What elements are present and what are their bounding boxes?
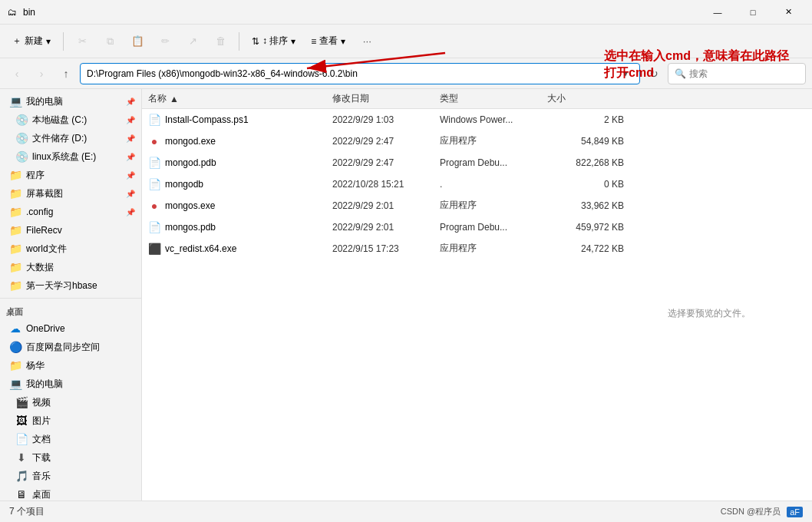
forward-button[interactable]: › bbox=[31, 63, 52, 84]
delete-button[interactable]: 🗑 bbox=[208, 29, 233, 54]
refresh-button[interactable]: ↻ bbox=[643, 63, 665, 84]
toolbar-divider-2 bbox=[239, 32, 239, 51]
sidebar-section-desktop: 桌面 bbox=[0, 302, 141, 319]
search-icon: 🔍 bbox=[675, 68, 686, 79]
sidebar-item-onedrive[interactable]: ☁ OneDrive bbox=[0, 319, 141, 338]
file-name-3: mongodb bbox=[165, 179, 203, 190]
mypc-icon: 💻 bbox=[9, 95, 21, 107]
window-title: bin bbox=[23, 7, 700, 18]
sidebar-item-world[interactable]: 📁 world文件 bbox=[0, 240, 141, 258]
yanghua-icon: 📁 bbox=[9, 359, 21, 372]
window-icon: 🗂 bbox=[6, 6, 18, 18]
file-date-1: 2022/9/29 2:47 bbox=[332, 136, 440, 147]
file-icon-3: 📄 bbox=[148, 178, 160, 190]
file-type-0: Windows Power... bbox=[440, 114, 547, 125]
sort-arrow-icon: ▲ bbox=[170, 94, 179, 104]
pin-icon-prog: 📌 bbox=[126, 171, 135, 180]
file-row-3[interactable]: 📄 mongodb 2022/10/28 15:21 . 0 KB bbox=[142, 173, 812, 195]
close-button[interactable]: ✕ bbox=[771, 0, 806, 25]
main-area: 💻 我的电脑 📌 💿 本地磁盘 (C:) 📌 💿 文件储存 (D:) 📌 💿 l… bbox=[0, 89, 812, 501]
back-button[interactable]: ‹ bbox=[6, 63, 28, 84]
minimize-button[interactable]: — bbox=[700, 0, 735, 25]
file-name-1: mongod.exe bbox=[165, 136, 216, 147]
col-name-header[interactable]: 名称 ▲ bbox=[148, 92, 332, 105]
item-count: 7 个项目 bbox=[9, 505, 45, 518]
sidebar-item-c-drive[interactable]: 💿 本地磁盘 (C:) 📌 bbox=[0, 111, 141, 129]
new-label: 新建 bbox=[25, 35, 43, 48]
file-size-2: 822,268 KB bbox=[547, 157, 624, 168]
file-icon-5: 📄 bbox=[148, 221, 160, 233]
dropdown-arrow-icon: ▾ bbox=[46, 36, 51, 47]
sidebar-item-music[interactable]: 🎵 音乐 bbox=[0, 467, 141, 485]
sidebar-item-pictures[interactable]: 🖼 图片 bbox=[0, 411, 141, 430]
new-button[interactable]: ＋ 新建 ▾ bbox=[6, 29, 57, 54]
sidebar-item-yanghua[interactable]: 📁 杨华 bbox=[0, 356, 141, 375]
toolbar-divider-1 bbox=[63, 32, 64, 51]
title-bar: 🗂 bin — □ ✕ bbox=[0, 0, 812, 25]
sidebar-item-bigdata[interactable]: 📁 大数据 bbox=[0, 258, 141, 276]
file-row-4[interactable]: ● mongos.exe 2022/9/29 2:01 应用程序 33,962 … bbox=[142, 195, 812, 216]
sidebar-item-mypc[interactable]: 💻 我的电脑 📌 bbox=[0, 92, 141, 111]
address-input-wrap[interactable]: ▾ bbox=[80, 63, 640, 84]
baidu-icon: 🔵 bbox=[9, 341, 21, 353]
file-name-6: vc_redist.x64.exe bbox=[165, 243, 236, 254]
address-input[interactable] bbox=[87, 68, 618, 79]
file-date-5: 2022/9/29 2:01 bbox=[332, 222, 440, 233]
col-size-header[interactable]: 大小 bbox=[547, 92, 624, 105]
sidebar-item-hbase[interactable]: 📁 第一天学习hbase bbox=[0, 276, 141, 295]
copy-button[interactable]: ⧉ bbox=[97, 29, 122, 54]
file-size-0: 2 KB bbox=[547, 114, 624, 125]
file-name-5: mongos.pdb bbox=[165, 222, 216, 233]
sidebar-item-documents[interactable]: 📄 文档 bbox=[0, 430, 141, 448]
desktop-icon: 🖥 bbox=[15, 488, 28, 501]
documents-icon: 📄 bbox=[15, 433, 28, 445]
sidebar-item-downloads[interactable]: ⬇ 下载 bbox=[0, 448, 141, 467]
search-box[interactable]: 🔍 bbox=[668, 63, 806, 84]
sidebar-item-screenshots[interactable]: 📁 屏幕截图 📌 bbox=[0, 184, 141, 203]
sidebar-item-d-drive[interactable]: 💿 文件储存 (D:) 📌 bbox=[0, 129, 141, 147]
csdn-tag: CSDN @程序员 bbox=[721, 506, 781, 517]
sidebar-item-desktop[interactable]: 🖥 桌面 bbox=[0, 485, 141, 501]
pin-icon-d: 📌 bbox=[126, 134, 135, 143]
paste-button[interactable]: 📋 bbox=[125, 29, 150, 54]
sidebar-item-this-pc[interactable]: 💻 我的电脑 bbox=[0, 375, 141, 393]
status-right: CSDN @程序员 aF bbox=[721, 506, 803, 517]
file-row-2[interactable]: 📄 mongod.pdb 2022/9/29 2:47 Program Debu… bbox=[142, 152, 812, 173]
sidebar-item-filerecv[interactable]: 📁 FileRecv bbox=[0, 221, 141, 240]
sort-button[interactable]: ⇅ ↕ 排序 ▾ bbox=[246, 29, 302, 54]
file-date-4: 2022/9/29 2:01 bbox=[332, 200, 440, 211]
sidebar-item-programs[interactable]: 📁 程序 📌 bbox=[0, 166, 141, 184]
file-row-0[interactable]: 📄 Install-Compass.ps1 2022/9/29 1:03 Win… bbox=[142, 109, 812, 130]
maximize-button[interactable]: □ bbox=[735, 0, 771, 25]
plus-icon: ＋ bbox=[12, 35, 21, 48]
address-dropdown-icon[interactable]: ▾ bbox=[618, 66, 633, 81]
file-date-3: 2022/10/28 15:21 bbox=[332, 179, 440, 190]
onedrive-icon: ☁ bbox=[9, 322, 21, 335]
file-row-1[interactable]: ● mongod.exe 2022/9/29 2:47 应用程序 54,849 … bbox=[142, 130, 812, 152]
bigdata-icon: 📁 bbox=[9, 261, 21, 273]
sidebar-item-videos[interactable]: 🎬 视频 bbox=[0, 393, 141, 411]
search-input[interactable] bbox=[689, 68, 804, 79]
col-date-header[interactable]: 修改日期 bbox=[332, 92, 440, 105]
preview-empty-text: 选择要预览的文件。 bbox=[668, 307, 751, 320]
sidebar-item-baidu[interactable]: 🔵 百度网盘同步空间 bbox=[0, 338, 141, 356]
d-drive-icon: 💿 bbox=[15, 132, 28, 144]
file-date-2: 2022/9/29 2:47 bbox=[332, 157, 440, 168]
file-row-6[interactable]: ⬛ vc_redist.x64.exe 2022/9/15 17:23 应用程序… bbox=[142, 238, 812, 259]
rename-button[interactable]: ✏ bbox=[153, 29, 177, 54]
up-button[interactable]: ↑ bbox=[55, 63, 77, 84]
share-button[interactable]: ↗ bbox=[180, 29, 205, 54]
col-type-header[interactable]: 类型 bbox=[440, 92, 547, 105]
file-name-4: mongos.exe bbox=[165, 200, 215, 211]
pin-icon-cfg: 📌 bbox=[126, 208, 135, 216]
sidebar-item-config[interactable]: 📁 .config 📌 bbox=[0, 203, 141, 221]
more-button[interactable]: ··· bbox=[355, 29, 379, 54]
cut-button[interactable]: ✂ bbox=[70, 29, 94, 54]
sidebar-item-e-drive[interactable]: 💿 linux系统盘 (E:) 📌 bbox=[0, 147, 141, 166]
view-button[interactable]: ≡ 查看 ▾ bbox=[305, 29, 352, 54]
file-type-1: 应用程序 bbox=[440, 134, 547, 147]
c-drive-icon: 💿 bbox=[15, 114, 28, 126]
file-row-5[interactable]: 📄 mongos.pdb 2022/9/29 2:01 Program Debu… bbox=[142, 216, 812, 238]
file-size-3: 0 KB bbox=[547, 179, 624, 190]
view-label: 查看 bbox=[319, 35, 338, 48]
